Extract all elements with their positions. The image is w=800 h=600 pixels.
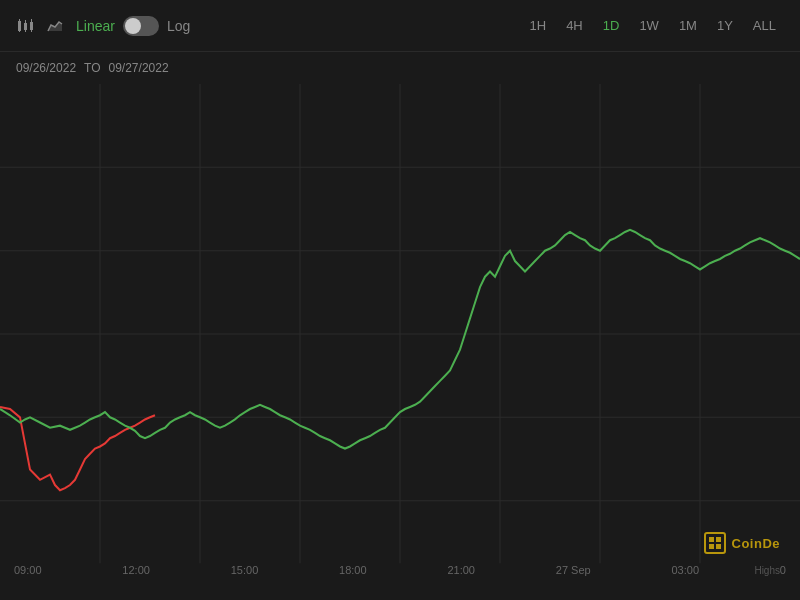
time-btn-1d[interactable]: 1D <box>595 14 628 37</box>
time-btn-1h[interactable]: 1H <box>522 14 555 37</box>
time-btn-1y[interactable]: 1Y <box>709 14 741 37</box>
date-to-label: TO <box>84 61 100 75</box>
chart-area: 09:00 12:00 15:00 18:00 21:00 27 Sep 03:… <box>0 84 800 584</box>
svg-rect-5 <box>25 29 26 32</box>
log-label[interactable]: Log <box>167 18 190 34</box>
toolbar-left: Linear Log <box>16 16 506 36</box>
x-axis-labels: 09:00 12:00 15:00 18:00 21:00 27 Sep 03:… <box>0 564 800 576</box>
time-btn-all[interactable]: ALL <box>745 14 784 37</box>
linear-log-toggle[interactable] <box>123 16 159 36</box>
time-btn-4h[interactable]: 4H <box>558 14 591 37</box>
x-label-27sep: 27 Sep <box>556 564 591 576</box>
coindesklogo-icon <box>704 532 726 554</box>
candlestick-icon[interactable] <box>16 17 34 35</box>
svg-rect-4 <box>25 20 26 24</box>
toolbar: Linear Log 1H 4H 1D 1W 1M 1Y ALL <box>0 0 800 52</box>
x-label-0: 0 <box>780 564 786 576</box>
time-btn-1m[interactable]: 1M <box>671 14 705 37</box>
watermark-text: CoinDe <box>732 536 781 551</box>
date-from: 09/26/2022 <box>16 61 76 75</box>
x-label-1200: 12:00 <box>122 564 150 576</box>
svg-rect-7 <box>31 19 32 23</box>
svg-rect-22 <box>709 537 714 542</box>
svg-rect-1 <box>19 19 20 22</box>
x-label-2100: 21:00 <box>447 564 475 576</box>
x-label-1500: 15:00 <box>231 564 259 576</box>
time-btn-1w[interactable]: 1W <box>631 14 667 37</box>
x-label-0900: 09:00 <box>14 564 42 576</box>
svg-rect-25 <box>716 544 721 549</box>
area-chart-icon[interactable] <box>46 17 64 35</box>
svg-rect-24 <box>709 544 714 549</box>
svg-rect-8 <box>31 29 32 32</box>
linear-log-group: Linear Log <box>76 16 190 36</box>
chart-container: Linear Log 1H 4H 1D 1W 1M 1Y ALL 09/26/2… <box>0 0 800 600</box>
price-chart <box>0 84 800 584</box>
date-to: 09/27/2022 <box>109 61 169 75</box>
linear-label[interactable]: Linear <box>76 18 115 34</box>
svg-rect-2 <box>19 29 20 32</box>
date-range: 09/26/2022 TO 09/27/2022 <box>0 52 800 84</box>
time-buttons-group: 1H 4H 1D 1W 1M 1Y ALL <box>522 14 784 37</box>
svg-rect-23 <box>716 537 721 542</box>
x-label-0300: 03:00 <box>672 564 700 576</box>
x-label-1800: 18:00 <box>339 564 367 576</box>
watermark: CoinDe <box>704 532 781 554</box>
svg-rect-3 <box>24 23 27 30</box>
bottom-label: Highs <box>754 565 780 576</box>
svg-rect-6 <box>30 22 33 30</box>
